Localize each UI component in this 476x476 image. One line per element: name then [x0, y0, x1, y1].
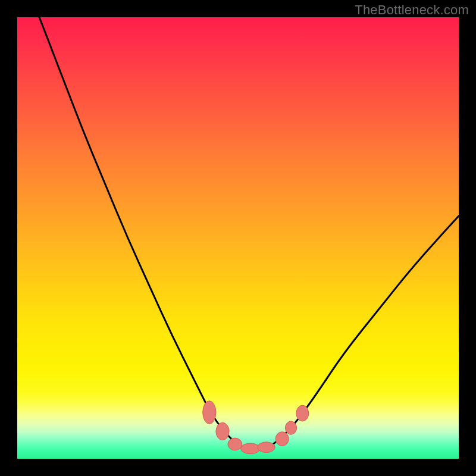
- curve-marker: [216, 422, 229, 440]
- chart-frame: TheBottleneck.com: [0, 0, 476, 476]
- curve-marker: [285, 421, 296, 434]
- curve-marker: [203, 401, 216, 424]
- curve-marker: [296, 405, 309, 421]
- curve-path: [39, 17, 459, 450]
- bottleneck-curve: [17, 17, 459, 459]
- curve-marker: [258, 442, 275, 453]
- plot-area: [17, 17, 459, 459]
- curve-marker: [228, 438, 242, 450]
- attribution-text: TheBottleneck.com: [355, 2, 469, 18]
- curve-marker: [241, 443, 261, 454]
- curve-marker: [275, 432, 289, 446]
